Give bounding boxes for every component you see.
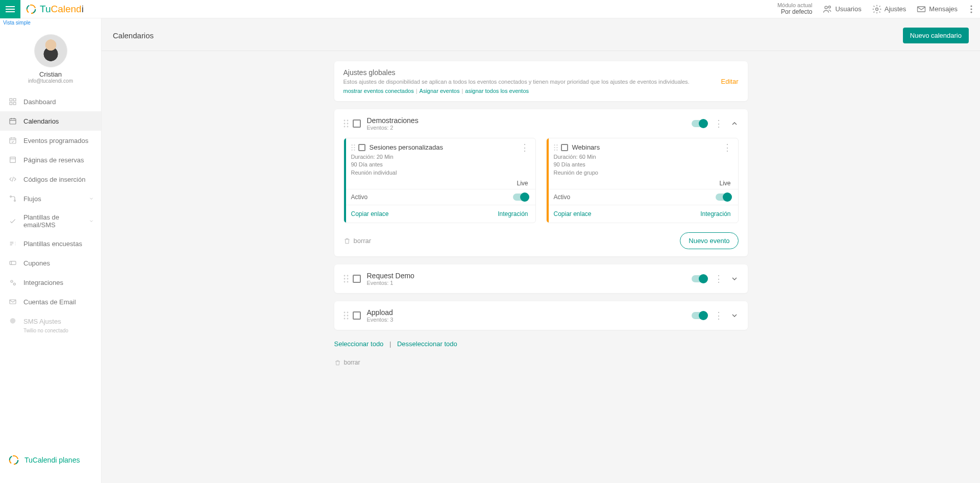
calendar-menu[interactable]: ⋮: [714, 313, 723, 318]
event-checkbox[interactable]: [358, 144, 365, 151]
users-link[interactable]: Usuarios: [822, 4, 861, 14]
nav-sms[interactable]: SMS Ajustes: [0, 311, 101, 331]
vista-label[interactable]: Vista simple: [0, 18, 101, 27]
assign-events-link[interactable]: Asignar eventos: [420, 88, 460, 94]
svg-point-7: [970, 8, 972, 10]
nav-booking-pages[interactable]: Páginas de reservas: [0, 150, 101, 170]
svg-rect-15: [10, 157, 16, 163]
nav-coupons[interactable]: Cupones: [0, 253, 101, 273]
svg-point-50: [347, 312, 348, 313]
show-connected-link[interactable]: mostrar eventos conectados: [344, 88, 414, 94]
hamburger-menu[interactable]: [0, 0, 20, 18]
deselect-all-link[interactable]: Desseleccionar todo: [397, 340, 457, 348]
assign-all-link[interactable]: asignar todos los eventos: [465, 88, 529, 94]
select-all-link[interactable]: Seleccionar todo: [334, 340, 384, 348]
edit-global-link[interactable]: Editar: [721, 78, 739, 85]
survey-icon: [9, 239, 17, 248]
svg-rect-11: [10, 102, 12, 105]
calendar-name: Request Demo: [367, 272, 692, 280]
profile-email: info@tucalendi.com: [0, 78, 101, 84]
delete-calendar-link[interactable]: borrar: [344, 237, 372, 245]
avatar[interactable]: [34, 34, 67, 67]
more-menu[interactable]: [963, 5, 980, 13]
logo[interactable]: TuCalendi: [26, 4, 84, 15]
chevron-down-icon: [89, 196, 94, 201]
calendar-checkbox[interactable]: [353, 311, 361, 320]
nav-dashboard[interactable]: Dashboard: [0, 92, 101, 111]
module-selector[interactable]: Módulo actual Por defecto: [777, 2, 813, 15]
check-icon: [9, 217, 17, 225]
svg-point-47: [344, 281, 345, 283]
svg-point-32: [354, 144, 355, 146]
drag-handle-icon[interactable]: [351, 144, 355, 151]
global-settings-card: Ajustes globales Estos ajustes de dispon…: [334, 61, 748, 101]
svg-point-43: [344, 275, 345, 277]
drag-handle-icon[interactable]: [344, 119, 349, 128]
drag-handle-icon[interactable]: [344, 311, 349, 320]
svg-point-53: [344, 318, 345, 320]
nav-templates[interactable]: Plantillas de email/SMS: [0, 208, 101, 234]
svg-point-34: [354, 147, 355, 148]
page-icon: [9, 156, 17, 164]
event-checkbox[interactable]: [561, 144, 568, 151]
profile-name: Cristian: [0, 70, 101, 78]
expand-button[interactable]: [730, 275, 739, 283]
event-toggle[interactable]: [716, 194, 731, 201]
svg-rect-12: [13, 102, 16, 105]
expand-button[interactable]: [730, 311, 739, 320]
delete-selected-link[interactable]: borrar: [334, 359, 748, 366]
svg-point-20: [13, 283, 15, 285]
settings-link[interactable]: Ajustes: [872, 4, 906, 14]
calendar-count: Eventos: 2: [367, 125, 692, 131]
event-menu[interactable]: ⋮: [723, 145, 732, 150]
live-badge: Live: [344, 180, 535, 189]
event-menu[interactable]: ⋮: [520, 145, 529, 150]
new-event-button[interactable]: Nuevo evento: [680, 232, 738, 249]
new-calendar-button[interactable]: Nuevo calendario: [903, 28, 969, 43]
nav-calendars[interactable]: Calendarios: [0, 111, 101, 131]
collapse-button[interactable]: [730, 119, 739, 128]
nav-email-accounts[interactable]: Cuentas de Email: [0, 292, 101, 311]
calendar-toggle[interactable]: [692, 275, 707, 282]
drag-handle-icon[interactable]: [344, 275, 349, 283]
svg-point-40: [556, 147, 557, 148]
calendar-toggle[interactable]: [692, 120, 707, 127]
page-title: Calendarios: [113, 31, 154, 40]
svg-point-4: [875, 8, 878, 10]
sidebar-footer[interactable]: TuCalendi planes: [0, 447, 101, 483]
copy-link[interactable]: Copiar enlace: [554, 210, 592, 218]
event-toggle[interactable]: [513, 194, 528, 201]
svg-point-48: [347, 281, 348, 283]
calendar-menu[interactable]: ⋮: [714, 121, 723, 126]
integration-link[interactable]: Integración: [498, 210, 528, 218]
logo-mark-icon: [26, 4, 37, 15]
svg-point-42: [556, 149, 557, 150]
svg-point-25: [344, 120, 345, 122]
calendar-checkbox[interactable]: [353, 275, 361, 283]
calendar-count: Eventos: 1: [367, 280, 692, 286]
active-label: Activo: [554, 194, 571, 201]
calendar-name: Demostraciones: [367, 116, 692, 125]
nav-integrations[interactable]: Integraciones: [0, 273, 101, 292]
code-icon: [9, 175, 17, 183]
chevron-down-icon: [89, 219, 94, 224]
copy-link[interactable]: Copiar enlace: [351, 210, 389, 218]
event-title: Webinars: [572, 143, 723, 151]
svg-point-26: [347, 120, 348, 122]
nav-surveys[interactable]: Plantillas encuestas: [0, 234, 101, 253]
nav-flows[interactable]: Flujos: [0, 189, 101, 208]
messages-link[interactable]: Mensajes: [916, 4, 958, 14]
calendar-checkbox[interactable]: [353, 119, 361, 128]
calendar-toggle[interactable]: [692, 312, 707, 319]
nav-scheduled[interactable]: Eventos programados: [0, 131, 101, 150]
svg-point-36: [354, 149, 355, 150]
coupon-icon: [9, 259, 17, 267]
calendar-menu[interactable]: ⋮: [714, 276, 723, 281]
trash-icon: [344, 237, 351, 245]
drag-handle-icon[interactable]: [554, 144, 558, 151]
nav-embed[interactable]: Códigos de inserción: [0, 170, 101, 189]
mail-icon: [916, 4, 926, 14]
integration-link[interactable]: Integración: [700, 210, 730, 218]
profile: Cristian info@tucalendi.com: [0, 27, 101, 89]
svg-point-33: [351, 147, 352, 148]
